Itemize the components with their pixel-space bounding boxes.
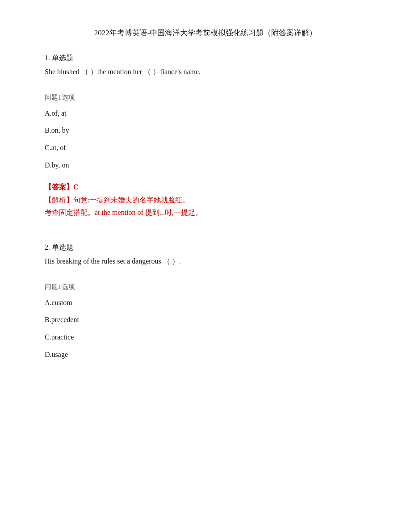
- question-1-text: She blushed （ ）the mention her （ ）fiance…: [45, 66, 366, 79]
- question-2-option-A[interactable]: A.custom: [45, 297, 366, 310]
- question-2-options-section: 问题1选项 A.custom B.precedent C.practice D.…: [45, 281, 366, 361]
- question-1-option-D[interactable]: D.by, on: [45, 159, 366, 172]
- question-2-option-C[interactable]: C.practice: [45, 331, 366, 344]
- question-1-options-section: 问题1选项 A.of, at B.on, by C.at, of D.by, o…: [45, 92, 366, 172]
- question-1-option-C[interactable]: C.at, of: [45, 142, 366, 155]
- question-2-options-label: 问题1选项: [45, 281, 366, 292]
- question-2-label: 2. 单选题: [45, 242, 366, 253]
- question-1-answer-section: 【答案】C 【解析】句意:一提到未婚夫的名字她就脸红。 考查固定搭配。at th…: [45, 181, 366, 219]
- question-1-explanation-2: 考查固定搭配。at the mention of 提到...时,一提起。: [45, 206, 366, 219]
- question-1-options-label: 问题1选项: [45, 92, 366, 103]
- question-2-text: His breaking of the rules set a dangerou…: [45, 255, 366, 268]
- page-title: 2022年考博英语-中国海洋大学考前模拟强化练习题（附答案详解）: [45, 27, 366, 39]
- question-2-option-B[interactable]: B.precedent: [45, 314, 366, 327]
- question-1-explanation-1: 【解析】句意:一提到未婚夫的名字她就脸红。: [45, 194, 366, 207]
- question-1-label: 1. 单选题: [45, 52, 366, 64]
- question-1-option-A[interactable]: A.of, at: [45, 107, 366, 120]
- question-1: 1. 单选题 She blushed （ ）the mention her （ …: [45, 52, 366, 219]
- question-2: 2. 单选题 His breaking of the rules set a d…: [45, 242, 366, 361]
- question-1-answer: 【答案】C: [45, 181, 366, 194]
- question-1-option-B[interactable]: B.on, by: [45, 124, 366, 137]
- question-2-option-D[interactable]: D.usage: [45, 348, 366, 361]
